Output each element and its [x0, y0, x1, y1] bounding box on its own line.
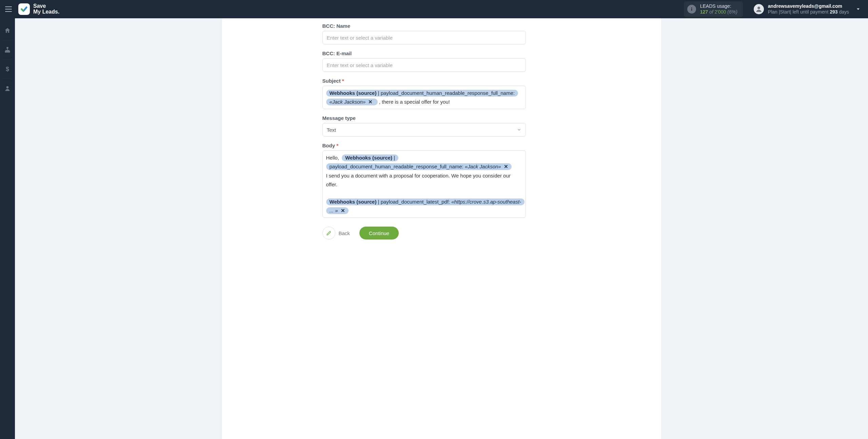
svg-point-0 — [691, 7, 692, 8]
label-body: Body — [322, 143, 559, 148]
pill-remove-icon[interactable]: ✕ — [341, 207, 345, 215]
account-email: andrewsavemyleads@gmail.com — [768, 3, 849, 9]
svg-point-8 — [6, 86, 9, 88]
svg-point-2 — [757, 6, 760, 9]
user-icon — [4, 85, 11, 92]
form-actions: Back Continue — [322, 227, 559, 239]
topbar: Save My Leads. LEADS usage: 127 of 2'000… — [0, 0, 868, 18]
input-body[interactable]: Hello, Webhooks (source) | payload_docum… — [322, 150, 526, 218]
plan-prefix: Plan |Start| left until payment — [768, 9, 830, 15]
pill-source: Webhooks (source) — [330, 90, 377, 96]
sitemap-icon — [4, 46, 11, 53]
usage-of: of — [709, 9, 713, 15]
menu-toggle[interactable] — [3, 6, 14, 12]
pill-source: Webhooks (source) — [330, 199, 377, 205]
pill-remove-icon[interactable]: ✕ — [504, 163, 508, 171]
usage-used: 127 — [700, 9, 708, 15]
usage-text: LEADS usage: 127 of 2'000 (6%) — [700, 3, 737, 15]
back-label: Back — [339, 230, 350, 236]
pill-value: «Jack Jackson» — [465, 164, 501, 169]
select-value: Text — [327, 127, 336, 133]
group-body: Body Hello, Webhooks (source) | payload_… — [322, 143, 559, 218]
input-bcc-email[interactable] — [322, 58, 526, 72]
chevron-down-icon — [856, 7, 861, 12]
group-subject: Subject Webhooks (source) | payload_docu… — [322, 78, 559, 109]
left-rail: $ — [0, 18, 15, 439]
group-message-type: Message type Text — [322, 115, 559, 137]
variable-pill[interactable]: Webhooks (source) | payload_document_hum… — [326, 154, 512, 170]
home-icon — [4, 27, 11, 34]
svg-rect-1 — [691, 9, 692, 11]
group-bcc-name: BCC: Name — [322, 23, 559, 44]
svg-text:$: $ — [6, 66, 9, 72]
brand-line1: Save — [33, 3, 59, 9]
input-subject[interactable]: Webhooks (source) | payload_document_hum… — [322, 86, 526, 109]
pill-value: «Jack Jackson» — [330, 99, 366, 105]
svg-rect-4 — [5, 51, 6, 53]
brand-name: Save My Leads. — [33, 3, 59, 15]
info-icon — [687, 5, 696, 14]
rail-home[interactable] — [0, 24, 15, 37]
chevron-down-icon — [517, 127, 521, 132]
brand-logo[interactable]: Save My Leads. — [18, 3, 59, 15]
body-hello: Hello, — [326, 155, 341, 161]
back-button[interactable]: Back — [322, 227, 350, 239]
dollar-icon: $ — [5, 66, 9, 72]
pill-field: payload_document_human_readable_response… — [330, 164, 463, 169]
select-message-type[interactable]: Text — [322, 123, 526, 137]
input-bcc-name[interactable] — [322, 31, 526, 44]
pencil-icon — [322, 227, 335, 239]
pill-source: Webhooks (source) — [345, 155, 392, 161]
avatar-icon — [754, 4, 764, 14]
plan-days-suffix: days — [838, 9, 849, 15]
group-bcc-email: BCC: E-mail — [322, 50, 559, 72]
label-subject: Subject — [322, 78, 559, 84]
body-line2: I send you a document with a proposal fo… — [326, 173, 512, 187]
pill-field: payload_document_human_readable_response… — [381, 90, 515, 96]
logo-mark-icon — [18, 3, 30, 15]
account-menu[interactable]: andrewsavemyleads@gmail.com Plan |Start|… — [754, 3, 861, 15]
pill-field: payload_document_latest_pdf: — [381, 199, 450, 205]
svg-rect-6 — [8, 51, 10, 53]
plan-days: 293 — [830, 9, 837, 15]
usage-label: LEADS usage: — [700, 3, 737, 9]
account-text: andrewsavemyleads@gmail.com Plan |Start|… — [768, 3, 849, 15]
continue-button[interactable]: Continue — [359, 227, 399, 239]
account-plan: Plan |Start| left until payment 293 days — [768, 9, 849, 15]
pill-remove-icon[interactable]: ✕ — [368, 98, 373, 106]
hamburger-icon — [5, 6, 12, 12]
subject-text: , there is a special offer for you! — [378, 99, 450, 105]
brand-line2: My Leads. — [33, 9, 59, 15]
svg-rect-5 — [7, 51, 8, 53]
rail-integrations[interactable] — [0, 43, 15, 57]
label-message-type: Message type — [322, 115, 559, 121]
rail-billing[interactable]: $ — [0, 62, 15, 76]
variable-pill[interactable]: Webhooks (source) | payload_document_lat… — [326, 198, 525, 214]
usage-pct: (6%) — [727, 9, 737, 15]
usage-box[interactable]: LEADS usage: 127 of 2'000 (6%) — [684, 1, 743, 17]
usage-total: 2'000 — [715, 9, 726, 15]
svg-rect-3 — [7, 47, 8, 48]
label-bcc-name: BCC: Name — [322, 23, 559, 29]
label-bcc-email: BCC: E-mail — [322, 50, 559, 56]
form-card: BCC: Name BCC: E-mail Subject Webhooks (… — [222, 18, 661, 439]
rail-account[interactable] — [0, 82, 15, 95]
